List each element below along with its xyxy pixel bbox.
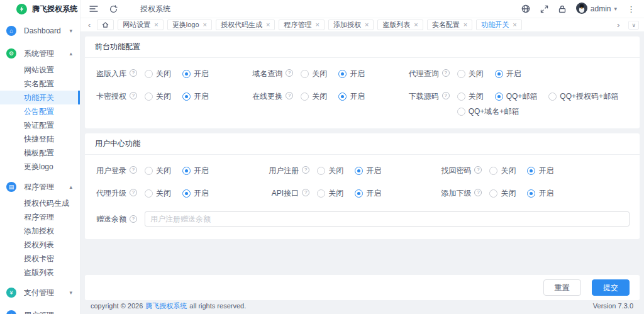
radio-on[interactable]: 开启 xyxy=(338,92,365,101)
tab-site-settings[interactable]: 网站设置× xyxy=(118,20,163,30)
tab-program-manage[interactable]: 程序管理× xyxy=(279,20,324,30)
card-title: 前台功能配置 xyxy=(85,36,640,58)
tabs-menu-icon[interactable]: ∨ xyxy=(628,21,639,30)
close-icon[interactable]: × xyxy=(154,21,158,28)
sidebar-item-template-config[interactable]: 模板配置 xyxy=(0,146,80,160)
tab-realname-config[interactable]: 实名配置× xyxy=(427,20,472,30)
tab-change-logo[interactable]: 更换logo× xyxy=(167,20,212,30)
sidebar-item-auth-code-gen[interactable]: 授权代码生成 xyxy=(0,196,80,210)
radio-off[interactable]: 关闭 xyxy=(145,166,171,175)
radio-off[interactable]: 关闭 xyxy=(489,166,516,175)
radio-off[interactable]: 关闭 xyxy=(317,166,343,175)
sidebar-item-system[interactable]: ⚙ 系统管理 ▴ xyxy=(0,44,80,63)
radio-qq-email[interactable]: QQ+邮箱 xyxy=(495,92,538,101)
close-icon[interactable]: × xyxy=(464,21,467,28)
radio-off[interactable]: 关闭 xyxy=(145,69,171,78)
close-icon[interactable]: × xyxy=(365,21,369,28)
close-icon[interactable]: × xyxy=(266,21,270,28)
tab-feature-switch[interactable]: 功能开关× xyxy=(476,20,521,30)
radio-on[interactable]: 开启 xyxy=(355,189,381,198)
help-icon[interactable]: ? xyxy=(302,166,309,174)
radio-icon xyxy=(338,70,347,78)
radio-off[interactable]: 关闭 xyxy=(457,69,484,78)
sidebar-item-auth-list[interactable]: 授权列表 xyxy=(0,238,80,252)
submit-button[interactable]: 提交 xyxy=(592,279,630,296)
help-icon[interactable]: ? xyxy=(286,69,293,77)
radio-off[interactable]: 关闭 xyxy=(301,69,327,78)
fullscreen-icon[interactable] xyxy=(540,5,548,13)
radio-on[interactable]: 开启 xyxy=(355,166,381,175)
radio-on[interactable]: 开启 xyxy=(527,166,553,175)
radio-icon xyxy=(495,93,503,101)
tab-auth-code-gen[interactable]: 授权代码生成× xyxy=(216,20,275,30)
help-icon[interactable]: ? xyxy=(302,189,309,196)
radio-off[interactable]: 关闭 xyxy=(317,189,343,198)
radio-off[interactable]: 关闭 xyxy=(145,189,171,198)
logo[interactable]: 腾飞授权系统 xyxy=(0,0,80,18)
sidebar-item-add-auth[interactable]: 添加授权 xyxy=(0,224,80,238)
sidebar-item-change-logo[interactable]: 更换logo xyxy=(0,160,80,174)
radio-icon xyxy=(527,167,535,175)
radio-on[interactable]: 开启 xyxy=(182,189,209,198)
gift-balance-input[interactable] xyxy=(145,211,630,227)
radio-on[interactable]: 开启 xyxy=(527,189,553,198)
sidebar-item-program-manage[interactable]: 程序管理 xyxy=(0,210,80,224)
help-icon[interactable]: ? xyxy=(286,92,293,99)
radio-off[interactable]: 关闭 xyxy=(301,92,327,101)
help-icon[interactable]: ? xyxy=(130,166,137,174)
radio-qq-domain-email[interactable]: QQ+域名+邮箱 xyxy=(457,107,519,116)
sidebar-item-users[interactable]: ☻ 用户管理 ▴ xyxy=(0,306,80,314)
sidebar-item-quick-login[interactable]: 快捷登陆 xyxy=(0,132,80,146)
user-menu[interactable]: admin ▾ xyxy=(576,3,617,16)
home-tab[interactable] xyxy=(97,20,114,30)
help-icon[interactable]: ? xyxy=(442,92,450,99)
sidebar-item-payment[interactable]: ¥ 支付管理 ▾ xyxy=(0,283,80,302)
sidebar-item-program[interactable]: ▤ 程序管理 ▴ xyxy=(0,177,80,196)
help-icon[interactable]: ? xyxy=(130,92,137,99)
radio-on[interactable]: 开启 xyxy=(338,69,365,78)
sidebar-item-announcement-config[interactable]: 公告配置 xyxy=(0,104,80,118)
refresh-icon[interactable] xyxy=(109,5,118,13)
lock-icon[interactable] xyxy=(558,5,566,13)
close-icon[interactable]: × xyxy=(315,21,319,28)
tabs-scroll-right-icon[interactable]: › xyxy=(614,21,622,29)
help-icon[interactable]: ? xyxy=(130,215,137,223)
radio-on[interactable]: 开启 xyxy=(182,166,209,175)
dashboard-icon: ⌂ xyxy=(6,26,16,36)
help-icon[interactable]: ? xyxy=(442,69,450,77)
radio-on[interactable]: 开启 xyxy=(495,69,521,78)
form-field-user-login: 用户登录 ? 关闭 开启 xyxy=(95,166,267,175)
close-icon[interactable]: × xyxy=(513,21,516,28)
language-globe-icon[interactable] xyxy=(521,4,530,13)
help-icon[interactable]: ? xyxy=(130,69,137,77)
radio-on[interactable]: 开启 xyxy=(182,92,209,101)
tab-add-auth[interactable]: 添加授权× xyxy=(328,20,374,30)
header-right: admin ▾ ⋮ xyxy=(521,3,635,16)
radio-off[interactable]: 关闭 xyxy=(489,189,516,198)
more-menu-icon[interactable]: ⋮ xyxy=(627,4,635,14)
form-field-agent-upgrade: 代理升级 ? 关闭 开启 xyxy=(95,189,267,198)
sidebar-item-feature-switch[interactable]: 功能开关 xyxy=(0,91,80,104)
radio-qq-authcode-email[interactable]: QQ+授权码+邮箱 xyxy=(548,92,618,101)
reset-button[interactable]: 重置 xyxy=(543,279,581,296)
sidebar-item-auth-card[interactable]: 授权卡密 xyxy=(0,252,80,266)
sidebar-item-pirate-list[interactable]: 盗版列表 xyxy=(0,266,80,279)
radio-off[interactable]: 关闭 xyxy=(457,92,484,101)
close-icon[interactable]: × xyxy=(414,21,418,28)
close-icon[interactable]: × xyxy=(203,21,207,28)
brand-link[interactable]: 腾飞授权系统 xyxy=(145,301,187,311)
radio-icon xyxy=(317,167,325,175)
help-icon[interactable]: ? xyxy=(474,166,482,174)
tab-pirate-list[interactable]: 盗版列表× xyxy=(377,20,423,30)
radio-icon xyxy=(457,108,465,116)
collapse-sidebar-icon[interactable] xyxy=(89,5,98,13)
help-icon[interactable]: ? xyxy=(130,189,137,196)
tabs-scroll-left-icon[interactable]: ‹ xyxy=(86,21,93,29)
radio-on[interactable]: 开启 xyxy=(182,69,209,78)
help-icon[interactable]: ? xyxy=(474,189,482,196)
radio-off[interactable]: 关闭 xyxy=(145,92,171,101)
sidebar-item-site-settings[interactable]: 网站设置 xyxy=(0,63,80,77)
sidebar-item-verify-config[interactable]: 验证配置 xyxy=(0,118,80,132)
sidebar-item-realname-config[interactable]: 实名配置 xyxy=(0,77,80,91)
sidebar-item-dashboard[interactable]: ⌂ Dashboard ▾ xyxy=(0,21,80,40)
